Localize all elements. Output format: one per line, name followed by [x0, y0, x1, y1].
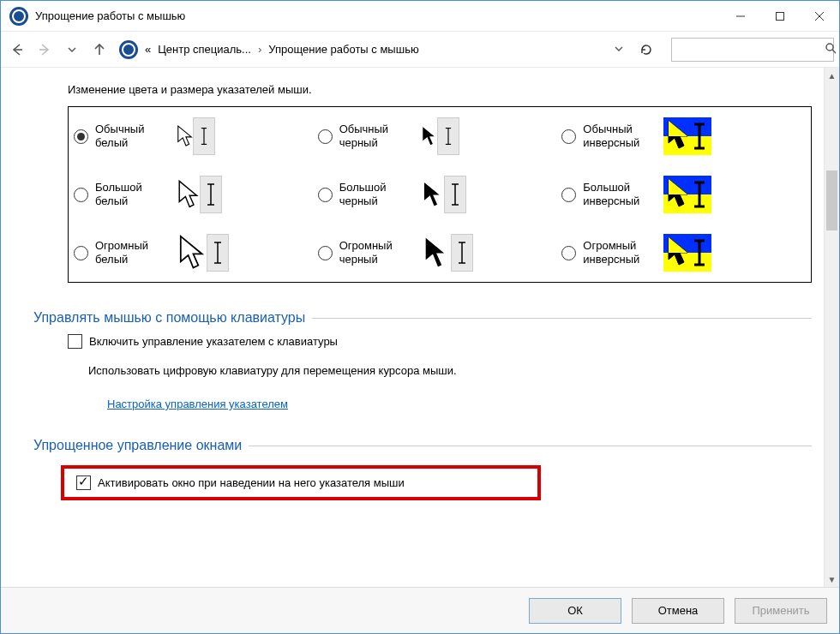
pointer-radio[interactable] [318, 129, 333, 144]
footer: ОК Отмена Применить [1, 587, 839, 633]
pointer-radio[interactable] [318, 246, 333, 260]
forward-button[interactable] [33, 39, 56, 61]
arrow-right-icon [37, 42, 52, 57]
breadcrumb-item-1[interactable]: Центр специаль... [154, 43, 255, 56]
close-button[interactable] [800, 1, 839, 32]
search-box[interactable] [671, 38, 834, 62]
pointer-option[interactable]: Обычный белый [74, 117, 318, 155]
address-dropdown[interactable] [609, 43, 628, 56]
pointer-label: Большой белый [95, 181, 169, 209]
pointer-radio[interactable] [74, 129, 88, 144]
pointer-option[interactable]: Обычный инверсный [561, 117, 806, 155]
arrow-up-icon [92, 42, 107, 57]
maximize-icon [775, 11, 785, 21]
activate-on-hover-checkbox[interactable] [76, 476, 91, 490]
pointer-option[interactable]: Большой инверсный [561, 176, 806, 213]
pointer-radio[interactable] [561, 188, 576, 202]
pointer-label: Большой черный [339, 181, 413, 209]
pointer-preview-arrow-icon [176, 124, 195, 148]
pointer-preview [420, 234, 473, 272]
apply-button[interactable]: Применить [735, 598, 827, 624]
vertical-scrollbar[interactable]: ▲ ▼ [824, 68, 839, 587]
window-title: Упрощение работы с мышью [35, 9, 721, 22]
pointer-radio[interactable] [561, 246, 576, 260]
pointer-scheme-grid: Обычный белый Обычный черный Обычный инв… [68, 106, 812, 283]
search-icon[interactable] [825, 42, 837, 57]
search-input[interactable] [677, 42, 825, 57]
recent-button[interactable] [61, 39, 83, 61]
pointer-label: Огромный черный [339, 239, 413, 267]
minimize-icon [735, 11, 746, 21]
pointer-radio[interactable] [74, 188, 88, 202]
chevron-down-icon [68, 45, 76, 54]
section-heading-keyboard: Управлять мышью с помощью клавиатуры [33, 310, 812, 326]
pointer-label: Огромный инверсный [583, 239, 657, 267]
pointer-preview [176, 117, 215, 155]
pointer-label: Большой инверсный [583, 181, 657, 209]
pointer-preview-arrow-icon [420, 124, 439, 148]
pointer-label: Обычный инверсный [583, 123, 657, 151]
chevron-down-icon [615, 45, 623, 53]
pointer-preview [663, 117, 711, 155]
breadcrumb-item-2[interactable]: Упрощение работы с мышью [265, 43, 422, 56]
pointer-preview-arrow-icon [176, 234, 208, 272]
window: Упрощение работы с мышью « Центр специал… [0, 0, 840, 634]
pointer-option[interactable]: Большой белый [74, 176, 318, 213]
app-icon [9, 7, 28, 26]
pointers-description: Изменение цвета и размера указателей мыш… [68, 83, 812, 96]
scroll-thumb[interactable] [826, 170, 837, 230]
pointer-option[interactable]: Большой черный [318, 176, 562, 213]
cancel-button[interactable]: Отмена [632, 598, 724, 624]
content-area: Указатели мыши Изменение цвета и размера… [1, 68, 839, 587]
keyboard-control-row[interactable]: Включить управление указателем с клавиат… [68, 334, 812, 349]
pointer-option[interactable]: Обычный черный [318, 117, 562, 155]
pointer-preview-inverse-icon [663, 176, 711, 213]
pointer-preview-arrow-icon [420, 234, 453, 272]
pointer-label: Обычный белый [95, 123, 169, 151]
pointer-preview-ibeam-icon [213, 236, 223, 269]
breadcrumb[interactable]: « Центр специаль... › Упрощение работы с… [116, 40, 423, 59]
pointer-radio[interactable] [74, 246, 88, 260]
pointer-option[interactable]: Огромный черный [318, 234, 562, 272]
back-button[interactable] [6, 39, 28, 61]
close-icon [814, 11, 825, 21]
divider [249, 446, 812, 446]
svg-rect-1 [777, 12, 784, 20]
chevron-right-icon: › [255, 43, 265, 56]
activate-on-hover-label: Активировать окно при наведении на него … [98, 476, 405, 489]
highlighted-option: Активировать окно при наведении на него … [61, 465, 541, 500]
breadcrumb-root-icon [119, 40, 138, 59]
titlebar: Упрощение работы с мышью [1, 1, 839, 32]
pointer-radio[interactable] [318, 188, 333, 202]
pointer-preview [420, 176, 466, 213]
svg-point-7 [826, 44, 833, 51]
pointer-preview [663, 176, 711, 213]
minimize-button[interactable] [721, 1, 760, 32]
up-button[interactable] [88, 39, 111, 61]
pointer-preview-ibeam-icon [443, 127, 453, 146]
scroll-up-icon[interactable]: ▲ [825, 68, 839, 83]
breadcrumb-root-glyph: « [141, 43, 154, 56]
section-heading-windows: Упрощенное управление окнами [33, 438, 812, 453]
pointer-option[interactable]: Огромный инверсный [561, 234, 806, 272]
keyboard-control-checkbox[interactable] [68, 334, 82, 349]
svg-line-8 [832, 50, 836, 53]
scroll-down-icon[interactable]: ▼ [825, 571, 839, 587]
pointer-preview [176, 176, 222, 213]
section-heading-keyboard-label: Управлять мышью с помощью клавиатуры [33, 310, 305, 326]
pointer-preview [420, 117, 459, 155]
pointer-label: Огромный белый [95, 239, 169, 267]
pointer-label: Обычный черный [339, 123, 413, 151]
ok-button[interactable]: ОК [529, 598, 621, 624]
maximize-button[interactable] [760, 1, 800, 32]
refresh-icon [639, 43, 653, 57]
pointer-preview-ibeam-icon [457, 236, 467, 269]
pointer-preview [176, 234, 229, 272]
pointer-preview-arrow-icon [176, 179, 201, 210]
pointer-preview-ibeam-icon [199, 127, 209, 146]
pointer-option[interactable]: Огромный белый [74, 234, 318, 272]
pointer-settings-link[interactable]: Настройка управления указателем [107, 398, 288, 410]
pointer-preview-ibeam-icon [450, 182, 460, 207]
pointer-radio[interactable] [561, 129, 576, 144]
refresh-button[interactable] [633, 39, 659, 61]
